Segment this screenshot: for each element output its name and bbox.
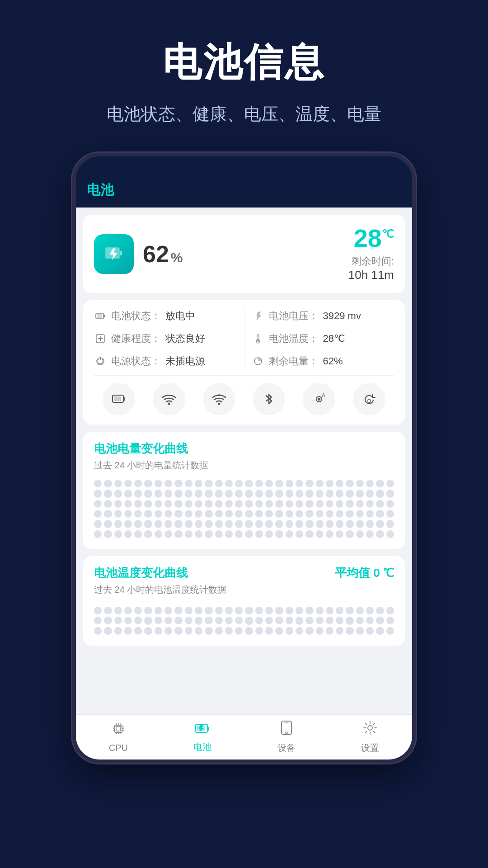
svg-rect-26 <box>116 726 121 731</box>
chart-dot <box>94 490 102 497</box>
nav-item-settings[interactable]: 设置 <box>361 720 379 754</box>
chart-dot <box>245 510 253 518</box>
chart-dot <box>305 607 313 614</box>
chart-dot <box>255 617 263 624</box>
chart-dot <box>124 607 132 614</box>
nav-item-cpu[interactable]: CPU <box>109 721 128 753</box>
chart-dot <box>346 627 353 635</box>
chart-dot <box>326 617 333 624</box>
chart-dot <box>366 530 374 538</box>
top-section: 电池信息 电池状态、健康、电压、温度、电量 <box>0 0 488 153</box>
svg-rect-16 <box>123 397 125 401</box>
widget-battery-btn[interactable] <box>103 383 135 415</box>
svg-point-18 <box>168 403 170 405</box>
chart-dot <box>346 530 353 538</box>
info-row-health: 健康程度： 状态良好 <box>94 332 237 345</box>
battery-status-value: 放电中 <box>165 309 195 323</box>
nav-item-device[interactable]: 设备 <box>277 720 296 754</box>
info-row-charge: 剩余电量： 62% <box>252 354 394 368</box>
chart-dot <box>104 490 112 497</box>
widget-wifi-btn[interactable] <box>153 383 185 415</box>
widget-rotate-lock-btn[interactable] <box>353 383 385 415</box>
chart-dot <box>336 480 343 487</box>
widget-wifi-info-btn[interactable] <box>203 383 235 415</box>
chart-dot <box>225 617 233 624</box>
chart-dot <box>326 530 333 538</box>
svg-point-19 <box>218 403 220 405</box>
chart-dot <box>235 500 243 508</box>
chart-dot <box>195 510 202 518</box>
chart-dot <box>305 617 313 624</box>
page-title: 电池信息 <box>18 36 470 89</box>
chart-dot <box>205 510 212 518</box>
chart-dot <box>296 627 303 635</box>
chart-dot <box>104 617 112 624</box>
chart1-dots <box>94 478 394 540</box>
chart-dot <box>275 500 283 508</box>
chart-dot <box>124 500 132 508</box>
chart-dot <box>326 490 333 497</box>
battery-icon-wrapper <box>94 234 134 274</box>
nav-item-battery[interactable]: 电池 <box>193 722 211 753</box>
chart-dot <box>155 627 162 635</box>
chart-dot <box>366 510 374 518</box>
chart-dot <box>225 607 233 614</box>
chart-dot <box>205 480 212 487</box>
voltage-icon <box>252 310 264 322</box>
chart-dot <box>155 530 162 538</box>
chart-dot <box>316 500 324 508</box>
chart-dot <box>356 530 364 538</box>
chart-dot <box>225 530 233 538</box>
chart-dot <box>114 627 122 635</box>
chart-dot <box>174 520 182 528</box>
cpu-icon <box>111 721 126 740</box>
widget-bluetooth-btn[interactable] <box>253 383 285 415</box>
charge-label: 剩余电量： <box>269 354 319 368</box>
chart-dot <box>366 627 374 635</box>
chart-dot <box>346 480 353 487</box>
info-row-status: 电池状态： 放电中 <box>94 309 237 323</box>
chart-dot <box>124 627 132 635</box>
chart-dot <box>286 627 293 635</box>
device-icon <box>280 720 293 739</box>
chart-dot <box>376 617 384 624</box>
chart-dot <box>316 627 324 635</box>
chart-dot <box>326 627 333 635</box>
chart-dot <box>326 500 333 508</box>
chart-dot <box>296 607 303 614</box>
chart-dot <box>235 607 243 614</box>
chart-dot <box>215 510 223 518</box>
chart-dot <box>296 530 303 538</box>
chart-dot <box>386 510 394 518</box>
chart-dot <box>265 627 273 635</box>
widget-auto-brightness-btn[interactable]: A <box>303 383 335 415</box>
health-value: 状态良好 <box>165 332 205 345</box>
nav-label-cpu: CPU <box>109 743 128 753</box>
chart-dot <box>94 520 102 528</box>
chart-dot <box>305 627 313 635</box>
chart-dot <box>205 617 212 624</box>
chart-dot <box>265 617 273 624</box>
chart-dot <box>225 627 233 635</box>
chart-dot <box>144 510 152 518</box>
chart-dot <box>124 510 132 518</box>
chart-dot <box>124 530 132 538</box>
chart-dot <box>336 607 343 614</box>
chart-dot <box>386 480 394 487</box>
chart-dot <box>155 490 162 497</box>
chart-dot <box>336 500 343 508</box>
chart-dot <box>245 617 253 624</box>
chart-dot <box>296 520 303 528</box>
chart-dot <box>124 480 132 487</box>
chart-dot <box>104 607 112 614</box>
battery-charging-icon <box>103 243 125 265</box>
chart-dot <box>245 627 253 635</box>
chart-dot <box>316 510 324 518</box>
chart-dot <box>255 500 263 508</box>
chart-dot <box>174 607 182 614</box>
chart-dot <box>356 617 364 624</box>
chart-dot <box>114 617 122 624</box>
chart-dot <box>114 500 122 508</box>
chart-dot <box>255 480 263 487</box>
svg-rect-2 <box>120 251 122 255</box>
